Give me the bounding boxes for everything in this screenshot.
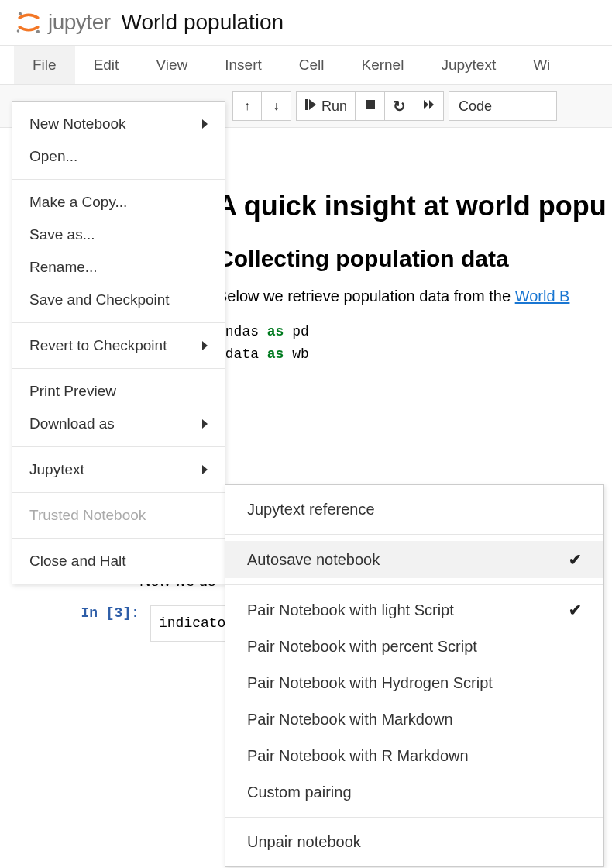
- menubar: File Edit View Insert Cell Kernel Jupyte…: [0, 45, 612, 85]
- file-make-copy[interactable]: Make a Copy...: [12, 186, 225, 219]
- check-icon: ✔: [569, 601, 582, 619]
- paragraph: Below we retrieve population data from t…: [217, 288, 581, 305]
- celltype-select[interactable]: Code: [449, 91, 557, 121]
- check-icon: ✔: [569, 550, 582, 569]
- jupytext-pair-rmarkdown[interactable]: Pair Notebook with R Markdown: [225, 738, 603, 774]
- caret-right-icon: [202, 419, 208, 429]
- stop-button[interactable]: [356, 91, 385, 121]
- jupytext-pair-markdown[interactable]: Pair Notebook with Markdown: [225, 701, 603, 738]
- fast-forward-button[interactable]: [414, 91, 444, 121]
- menu-kernel[interactable]: Kernel: [342, 46, 422, 84]
- file-open[interactable]: Open...: [12, 140, 225, 173]
- file-print-preview[interactable]: Print Preview: [12, 375, 225, 408]
- svg-rect-5: [366, 100, 375, 109]
- svg-point-2: [17, 29, 19, 32]
- menu-file[interactable]: File: [14, 46, 75, 84]
- run-label: Run: [321, 98, 347, 115]
- heading-1: A quick insight at world popu: [217, 190, 581, 222]
- notebook-title[interactable]: World population: [122, 10, 284, 35]
- move-up-button[interactable]: ↑: [232, 91, 262, 121]
- play-icon: [304, 98, 317, 114]
- celltype-value: Code: [459, 98, 492, 115]
- file-close-halt[interactable]: Close and Halt: [12, 545, 225, 577]
- file-trusted-notebook: Trusted Notebook: [12, 499, 225, 532]
- jupytext-reference[interactable]: Jupytext reference: [225, 491, 603, 528]
- run-button[interactable]: Run: [296, 91, 356, 121]
- menu-cell[interactable]: Cell: [280, 46, 343, 84]
- restart-icon: ↻: [393, 97, 406, 115]
- heading-2: Collecting population data: [217, 246, 581, 272]
- caret-right-icon: [202, 465, 208, 474]
- code-cell-1[interactable]: andas as pd bdata as wb: [217, 321, 581, 366]
- svg-point-1: [36, 30, 40, 33]
- svg-marker-4: [309, 99, 316, 110]
- logo-text: jupyter: [48, 10, 111, 35]
- file-rename[interactable]: Rename...: [12, 251, 225, 284]
- file-save-as[interactable]: Save as...: [12, 219, 225, 251]
- jupytext-pair-percent[interactable]: Pair Notebook with percent Script: [225, 629, 603, 665]
- world-bank-link[interactable]: World B: [515, 288, 570, 305]
- jupytext-autosave[interactable]: Autosave notebook✔: [225, 541, 603, 578]
- arrow-up-icon: ↑: [244, 99, 250, 113]
- logo: jupyter: [15, 9, 111, 36]
- move-down-button[interactable]: ↓: [262, 91, 291, 121]
- svg-marker-7: [429, 100, 434, 109]
- file-save-checkpoint[interactable]: Save and Checkpoint: [12, 284, 225, 316]
- prompt-in-3: In [3]:: [81, 605, 139, 621]
- jupytext-pair-light[interactable]: Pair Notebook with light Script✔: [225, 591, 603, 629]
- file-jupytext[interactable]: Jupytext: [12, 453, 225, 486]
- file-revert-checkpoint[interactable]: Revert to Checkpoint: [12, 329, 225, 362]
- svg-marker-6: [424, 100, 428, 109]
- jupytext-submenu: Jupytext reference Autosave notebook✔ Pa…: [225, 484, 604, 867]
- svg-rect-3: [305, 99, 308, 110]
- fast-forward-icon: [423, 98, 435, 114]
- arrow-down-icon: ↓: [273, 99, 280, 113]
- file-download-as[interactable]: Download as: [12, 408, 225, 440]
- caret-right-icon: [202, 119, 208, 129]
- restart-button[interactable]: ↻: [385, 91, 414, 121]
- menu-widgets[interactable]: Wi: [514, 46, 569, 84]
- menu-view[interactable]: View: [137, 46, 206, 84]
- file-new-notebook[interactable]: New Notebook: [12, 108, 225, 140]
- menu-insert[interactable]: Insert: [206, 46, 280, 84]
- stop-icon: [364, 98, 376, 114]
- jupytext-pair-hydrogen[interactable]: Pair Notebook with Hydrogen Script: [225, 665, 603, 701]
- file-dropdown: New Notebook Open... Make a Copy... Save…: [12, 101, 225, 584]
- svg-point-0: [19, 12, 22, 16]
- menu-edit[interactable]: Edit: [75, 46, 138, 84]
- jupytext-custom-pairing[interactable]: Custom pairing: [225, 774, 603, 811]
- jupytext-unpair[interactable]: Unpair notebook: [225, 824, 603, 860]
- jupyter-logo-icon: [15, 9, 42, 36]
- header: jupyter World population: [0, 0, 612, 45]
- menu-jupytext[interactable]: Jupytext: [422, 46, 514, 84]
- caret-right-icon: [202, 341, 208, 350]
